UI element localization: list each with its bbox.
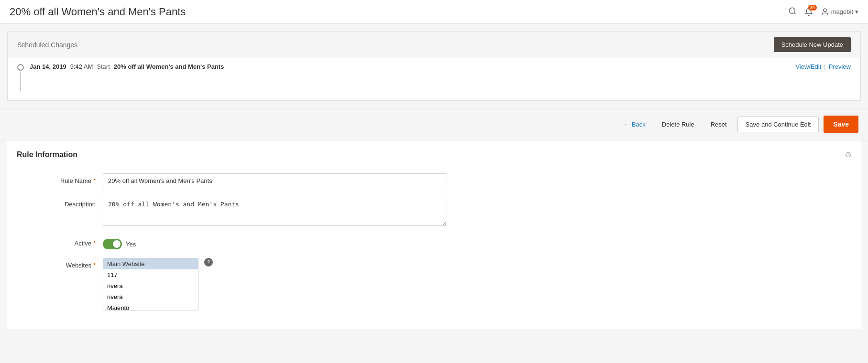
scheduled-changes-section: Scheduled Changes Schedule New Update Ja…	[7, 31, 861, 101]
main-content: Rule Information ⊙ Rule Name* Descriptio…	[7, 140, 861, 329]
schedule-new-update-button[interactable]: Schedule New Update	[774, 37, 851, 52]
section-header: Rule Information ⊙	[17, 150, 851, 164]
websites-option-rivera1[interactable]: rivera	[103, 280, 198, 291]
websites-label: Websites*	[17, 258, 103, 269]
back-arrow-icon: ←	[624, 121, 630, 128]
svg-line-1	[794, 12, 795, 14]
reset-button[interactable]: Reset	[705, 117, 733, 132]
toggle-thumb	[113, 240, 121, 248]
description-group: Description	[17, 197, 447, 227]
toggle-track	[103, 239, 122, 249]
websites-option-rivera2[interactable]: rivera	[103, 291, 198, 302]
search-icon[interactable]	[788, 7, 797, 17]
timeline-start-label: Start	[97, 63, 110, 70]
active-field: Yes	[103, 236, 447, 249]
svg-point-2	[824, 9, 826, 11]
top-bar: 20% off all Women's and Men's Pants 39 m…	[0, 0, 868, 24]
view-edit-link[interactable]: View/Edit	[795, 63, 821, 70]
active-label: Active*	[17, 236, 103, 247]
save-continue-button[interactable]: Save and Continue Edit	[737, 117, 819, 132]
rule-name-input[interactable]	[103, 173, 447, 188]
preview-link[interactable]: Preview	[829, 63, 851, 70]
notification-bell[interactable]: 39	[804, 8, 813, 16]
timeline-actions: View/Edit | Preview	[795, 63, 851, 70]
rule-name-field	[103, 173, 447, 188]
scheduled-changes-header: Scheduled Changes Schedule New Update	[8, 32, 860, 58]
rule-name-label: Rule Name*	[17, 173, 103, 184]
timeline-line	[20, 72, 21, 91]
user-dropdown-icon: ▾	[855, 8, 858, 15]
save-button[interactable]: Save	[824, 116, 858, 133]
top-bar-actions: 39 magebit ▾	[788, 7, 858, 17]
timeline-row: Jan 14, 2019 9:42 AM Start 20% off all W…	[8, 58, 860, 100]
description-field	[103, 197, 447, 227]
active-toggle[interactable]	[103, 239, 122, 249]
collapse-icon[interactable]: ⊙	[845, 150, 851, 159]
websites-select[interactable]: Main Website 117 rivera rivera Majento	[103, 258, 198, 310]
active-group: Active* Yes	[17, 236, 447, 249]
timeline-indicator	[17, 64, 24, 91]
websites-group: Websites* Main Website 117 rivera rivera…	[17, 258, 447, 310]
description-textarea[interactable]	[103, 197, 447, 226]
notification-count: 39	[808, 5, 817, 11]
timeline-schedule-name: 20% off all Women's and Men's Pants	[114, 63, 224, 70]
websites-select-container: Main Website 117 rivera rivera Majento ?	[103, 258, 447, 310]
timeline-date: Jan 14, 2019	[30, 63, 66, 70]
description-label: Description	[17, 197, 103, 208]
delete-rule-button[interactable]: Delete Rule	[656, 117, 700, 132]
user-menu[interactable]: magebit ▾	[821, 8, 858, 16]
timeline-info: Jan 14, 2019 9:42 AM Start 20% off all W…	[30, 63, 795, 70]
user-name: magebit	[831, 8, 853, 15]
toggle-container: Yes	[103, 236, 447, 249]
timeline-separator: |	[824, 63, 825, 70]
websites-option-majento[interactable]: Majento	[103, 302, 198, 310]
rule-name-group: Rule Name*	[17, 173, 447, 188]
svg-point-0	[789, 8, 795, 13]
back-button[interactable]: ← Back	[618, 117, 651, 132]
websites-option-main[interactable]: Main Website	[103, 258, 198, 269]
timeline-time: 9:42 AM	[70, 63, 93, 70]
timeline-circle	[17, 64, 24, 71]
action-bar: ← Back Delete Rule Reset Save and Contin…	[0, 108, 868, 140]
scheduled-changes-title: Scheduled Changes	[17, 41, 77, 49]
page-title: 20% off all Women's and Men's Pants	[10, 6, 186, 18]
toggle-yes-label: Yes	[126, 241, 136, 248]
section-title: Rule Information	[17, 150, 77, 159]
websites-help-icon[interactable]: ?	[204, 258, 213, 267]
websites-option-117[interactable]: 117	[103, 269, 198, 280]
websites-field: Main Website 117 rivera rivera Majento ?	[103, 258, 447, 310]
